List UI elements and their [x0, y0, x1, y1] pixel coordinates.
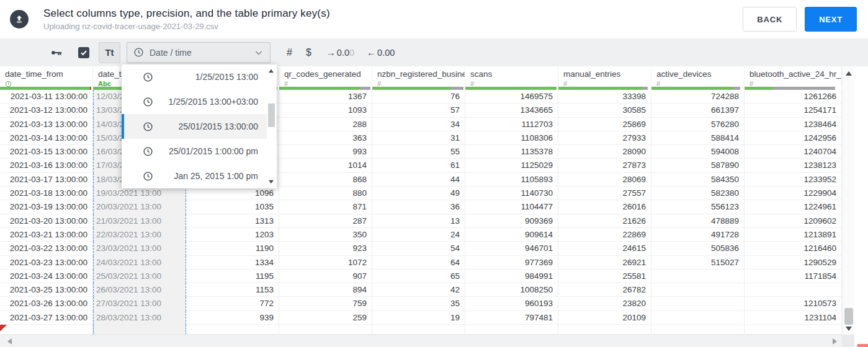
table-cell[interactable]: 2021-03-14 13:00:00	[0, 131, 93, 145]
table-cell[interactable]: 25/03/2021 13:00	[93, 270, 186, 283]
table-cell[interactable]: 582380	[651, 187, 745, 200]
table-cell[interactable]	[186, 325, 279, 335]
table-cell[interactable]: 1290529	[745, 256, 842, 270]
table-cell[interactable]: 2021-03-19 13:00:00	[0, 200, 93, 214]
table-cell[interactable]: 65	[372, 270, 465, 283]
table-cell[interactable]: 26921	[558, 256, 651, 270]
table-cell[interactable]	[0, 325, 93, 335]
table-cell[interactable]: 55	[372, 145, 465, 159]
table-cell[interactable]: 28/03/2021 13:00	[93, 311, 186, 325]
dropdown-scroll-up-icon[interactable]	[269, 69, 274, 73]
vertical-scroll-thumb[interactable]	[844, 308, 853, 325]
table-cell[interactable]: 24	[372, 228, 465, 242]
table-cell[interactable]: 909614	[465, 228, 558, 242]
dropdown-option[interactable]: 25/01/2015 1:00:00 pm	[122, 139, 277, 164]
table-cell[interactable]: 909369	[465, 214, 558, 228]
table-cell[interactable]: 27873	[558, 159, 651, 172]
table-cell[interactable]: 25869	[558, 118, 651, 131]
table-cell[interactable]: 1238123	[745, 159, 842, 172]
table-cell[interactable]: 2021-03-13 13:00:00	[0, 118, 93, 131]
table-cell[interactable]: 2021-03-24 13:00:00	[0, 270, 93, 283]
table-cell[interactable]: 1240704	[745, 145, 842, 159]
table-cell[interactable]: 2021-03-21 13:00:00	[0, 228, 93, 242]
table-cell[interactable]: 2021-03-15 13:00:00	[0, 145, 93, 159]
scroll-up-icon[interactable]	[846, 71, 852, 76]
table-cell[interactable]	[651, 311, 745, 325]
column-header[interactable]: qr_codes_generated#	[279, 66, 372, 87]
table-cell[interactable]: 61	[372, 159, 465, 172]
table-cell[interactable]: 2021-03-20 13:00:00	[0, 214, 93, 228]
table-cell[interactable]: 1238464	[745, 118, 842, 131]
next-button[interactable]: NEXT	[805, 7, 857, 32]
table-cell[interactable]: 22/03/2021 13:00	[93, 228, 186, 242]
table-cell[interactable]: 1072	[279, 256, 372, 270]
table-cell[interactable]	[465, 325, 558, 335]
table-cell[interactable]: 1112703	[465, 118, 558, 131]
column-header[interactable]: active_devices#	[651, 66, 745, 87]
dropdown-option[interactable]: 1/25/2015 13:00	[122, 64, 277, 89]
table-cell[interactable]: 584350	[651, 173, 745, 187]
table-cell[interactable]	[558, 325, 651, 335]
table-cell[interactable]: 25581	[558, 270, 651, 283]
table-cell[interactable]: 977369	[465, 256, 558, 270]
table-cell[interactable]: 2021-03-25 13:00:00	[0, 283, 93, 297]
scroll-down-icon[interactable]	[846, 327, 852, 331]
table-cell[interactable]: 64	[372, 256, 465, 270]
table-cell[interactable]: 76	[372, 90, 465, 103]
table-cell[interactable]: 946701	[465, 242, 558, 255]
dropdown-scroll-thumb[interactable]	[268, 103, 275, 127]
number-type-button[interactable]: #	[287, 47, 292, 58]
table-cell[interactable]: 2021-03-17 13:00:00	[0, 173, 93, 187]
table-cell[interactable]: 2021-03-23 13:00:00	[0, 256, 93, 270]
table-cell[interactable]: 1233952	[745, 173, 842, 187]
table-cell[interactable]: 1254171	[745, 103, 842, 117]
table-cell[interactable]: 30585	[558, 103, 651, 117]
table-cell[interactable]	[651, 270, 745, 283]
table-cell[interactable]: 288	[279, 118, 372, 131]
table-cell[interactable]: 505836	[651, 242, 745, 255]
table-cell[interactable]: 1261266	[745, 90, 842, 103]
table-cell[interactable]: 478889	[651, 214, 745, 228]
table-cell[interactable]: 259	[279, 311, 372, 325]
table-cell[interactable]: 287	[279, 214, 372, 228]
table-cell[interactable]: 1108306	[465, 131, 558, 145]
table-cell[interactable]: 31	[372, 131, 465, 145]
table-cell[interactable]	[93, 325, 186, 335]
table-cell[interactable]: 27933	[558, 131, 651, 145]
table-cell[interactable]: 960193	[465, 297, 558, 310]
table-cell[interactable]: 22869	[558, 228, 651, 242]
column-header[interactable]: scans#	[465, 66, 558, 87]
table-cell[interactable]: 939	[186, 311, 279, 325]
table-cell[interactable]: 1229904	[745, 187, 842, 200]
checkbox-checked-icon[interactable]	[78, 47, 89, 58]
vertical-scrollbar[interactable]	[842, 66, 854, 335]
table-cell[interactable]: 57	[372, 103, 465, 117]
table-cell[interactable]: 363	[279, 131, 372, 145]
table-cell[interactable]: 1313	[186, 214, 279, 228]
table-cell[interactable]: 594008	[651, 145, 745, 159]
column-header[interactable]: manual_entries#	[558, 66, 651, 87]
table-cell[interactable]: 2021-03-12 13:00:00	[0, 103, 93, 117]
table-cell[interactable]: 515027	[651, 256, 745, 270]
table-cell[interactable]: 772	[186, 297, 279, 310]
table-cell[interactable]: 1210573	[745, 297, 842, 310]
scroll-right-icon[interactable]	[833, 338, 837, 345]
table-cell[interactable]: 1203	[186, 228, 279, 242]
table-cell[interactable]: 34	[372, 118, 465, 131]
table-cell[interactable]: 24615	[558, 242, 651, 255]
table-cell[interactable]: 23/03/2021 13:00	[93, 242, 186, 255]
dropdown-option[interactable]: Jan 25, 2015 1:00 pm	[122, 164, 277, 188]
horizontal-scrollbar[interactable]	[0, 335, 842, 347]
table-cell[interactable]: 21626	[558, 214, 651, 228]
table-cell[interactable]: 2021-03-16 13:00:00	[0, 159, 93, 172]
table-cell[interactable]: 44	[372, 173, 465, 187]
table-cell[interactable]: 23820	[558, 297, 651, 310]
table-cell[interactable]: 587890	[651, 159, 745, 172]
table-cell[interactable]	[745, 325, 842, 335]
table-cell[interactable]: 1224961	[745, 200, 842, 214]
back-button[interactable]: BACK	[743, 7, 797, 32]
table-cell[interactable]: 1008250	[465, 283, 558, 297]
table-cell[interactable]: 54	[372, 242, 465, 255]
table-cell[interactable]: 797481	[465, 311, 558, 325]
primary-key-icon[interactable]	[50, 46, 63, 59]
